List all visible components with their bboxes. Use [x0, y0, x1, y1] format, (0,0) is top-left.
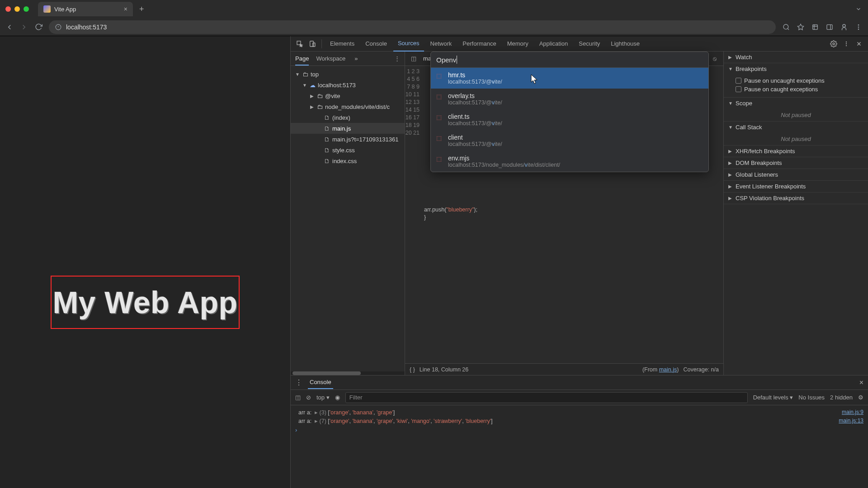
tree-file[interactable]: 🗋main.js?t=171093131361: [291, 134, 405, 145]
console-filter-input[interactable]: Filter: [345, 392, 748, 403]
console-hidden[interactable]: 2 hidden: [830, 394, 853, 401]
console-levels[interactable]: Default levels ▾: [753, 394, 793, 401]
tab-console[interactable]: Console: [361, 36, 392, 52]
navtab-menu-icon[interactable]: ⋮: [394, 55, 400, 62]
palette-item[interactable]: ⬚client.tslocalhost:5173/@vite/: [431, 109, 708, 130]
drawer-menu-icon[interactable]: ⋮: [295, 378, 302, 387]
console-clear-icon[interactable]: ⊘: [306, 394, 311, 401]
browser-tab[interactable]: Vite App ×: [38, 2, 133, 16]
sidepanel-icon[interactable]: [826, 23, 834, 31]
console-source-link[interactable]: main.js:13: [839, 418, 863, 424]
deactivate-breakpoints-icon[interactable]: ⦸: [710, 55, 720, 62]
palette-item[interactable]: ⬚env.mjslocalhost:5173/node_modules/vite…: [431, 151, 708, 172]
tree-file[interactable]: 🗋(index): [291, 112, 405, 123]
more-icon[interactable]: [841, 38, 852, 49]
tab-sources[interactable]: Sources: [393, 36, 424, 52]
menu-icon[interactable]: [854, 23, 863, 31]
tab-lighthouse[interactable]: Lighthouse: [606, 36, 644, 52]
minimize-window-button[interactable]: [14, 6, 20, 12]
gear-icon[interactable]: [828, 38, 839, 49]
forward-button[interactable]: [20, 23, 28, 31]
console-output: arr a: ▸ (3) ['orange', 'banana', 'grape…: [291, 405, 868, 488]
tree-folder-vite[interactable]: ▶🗀@vite: [291, 90, 405, 101]
profile-icon[interactable]: [840, 23, 848, 31]
coverage-info: Coverage: n/a: [683, 366, 719, 373]
console-sidebar-toggle-icon[interactable]: ◫: [295, 394, 301, 401]
chevron-down-icon[interactable]: [854, 5, 863, 13]
new-tab-button[interactable]: +: [137, 5, 147, 14]
drawer-close-icon[interactable]: ×: [859, 379, 863, 387]
navtab-workspace[interactable]: Workspace: [316, 55, 345, 62]
tree-file[interactable]: 🗋style.css: [291, 145, 405, 155]
tab-memory[interactable]: Memory: [503, 36, 533, 52]
navtab-overflow-icon[interactable]: »: [354, 55, 358, 62]
palette-item[interactable]: ⬚overlay.tslocalhost:5173/@vite/: [431, 89, 708, 109]
site-info-icon[interactable]: [55, 24, 61, 30]
tab-title: Vite App: [54, 6, 76, 13]
tab-performance[interactable]: Performance: [458, 36, 500, 52]
tree-top[interactable]: ▼🗀top: [291, 69, 405, 80]
section-dom[interactable]: ▶DOM Breakpoints: [724, 157, 868, 169]
sourcemap-from: (From main.js): [642, 366, 679, 373]
drawer-tab-console[interactable]: Console: [308, 376, 333, 389]
tree-folder-nodemodules[interactable]: ▶🗀node_modules/vite/dist/c: [291, 101, 405, 112]
url-input[interactable]: localhost:5173: [49, 20, 776, 34]
navigator-scrollbar[interactable]: [291, 371, 405, 375]
svg-rect-15: [313, 43, 315, 47]
zoom-icon[interactable]: [782, 23, 790, 31]
svg-rect-7: [827, 24, 832, 29]
svg-point-11: [858, 26, 859, 28]
cursor-position: Line 18, Column 26: [420, 366, 468, 373]
svg-line-4: [788, 28, 789, 30]
close-tab-icon[interactable]: ×: [124, 5, 127, 13]
tree-file[interactable]: 🗋index.css: [291, 155, 405, 166]
console-live-expression-icon[interactable]: ◉: [335, 394, 340, 401]
palette-input[interactable]: Open v: [431, 52, 708, 68]
palette-results: ⬚hmr.tslocalhost:5173/@vite/⬚overlay.tsl…: [431, 68, 708, 172]
section-callstack[interactable]: ▼Call Stack: [724, 122, 868, 133]
favicon-icon: [43, 5, 51, 13]
pretty-print-icon[interactable]: { }: [410, 366, 415, 373]
tab-elements[interactable]: Elements: [326, 36, 359, 52]
tree-host[interactable]: ▼☁localhost:5173: [291, 80, 405, 90]
reload-button[interactable]: [34, 23, 42, 31]
console-source-link[interactable]: main.js:9: [842, 409, 863, 415]
inspected-element-highlight: My Web App: [51, 276, 240, 329]
console-issues[interactable]: No Issues: [798, 394, 825, 401]
sourcemap-link[interactable]: main.js: [659, 366, 677, 373]
section-breakpoints[interactable]: ▼Breakpoints: [724, 63, 868, 75]
navtab-page[interactable]: Page: [295, 55, 309, 66]
address-bar: localhost:5173: [0, 18, 868, 36]
tree-file[interactable]: 🗋main.js: [291, 123, 405, 134]
section-scope[interactable]: ▼Scope: [724, 98, 868, 109]
close-devtools-icon[interactable]: [854, 38, 864, 49]
console-log-row[interactable]: arr a: ▸ (7) ['orange', 'banana', 'grape…: [295, 417, 863, 425]
bookmark-icon[interactable]: [797, 23, 805, 31]
tab-security[interactable]: Security: [574, 36, 604, 52]
console-context[interactable]: top ▾: [316, 394, 330, 401]
svg-marker-5: [797, 24, 803, 30]
extensions-icon[interactable]: [811, 23, 819, 31]
section-xhr[interactable]: ▶XHR/fetch Breakpoints: [724, 145, 868, 157]
section-csp[interactable]: ▶CSP Violation Breakpoints: [724, 192, 868, 204]
palette-item[interactable]: ⬚hmr.tslocalhost:5173/@vite/: [431, 68, 708, 89]
palette-item[interactable]: ⬚clientlocalhost:5173/@vite/: [431, 130, 708, 151]
tab-network[interactable]: Network: [426, 36, 457, 52]
close-window-button[interactable]: [5, 6, 11, 12]
device-toolbar-icon[interactable]: [307, 38, 318, 49]
console-log-row[interactable]: arr a: ▸ (3) ['orange', 'banana', 'grape…: [295, 408, 863, 417]
tab-application[interactable]: Application: [535, 36, 573, 52]
back-button[interactable]: [5, 23, 14, 31]
maximize-window-button[interactable]: [24, 6, 29, 12]
checkbox-uncaught[interactable]: Pause on uncaught exceptions: [736, 76, 863, 85]
checkbox-caught[interactable]: Pause on caught exceptions: [736, 85, 863, 94]
file-tree: ▼🗀top ▼☁localhost:5173 ▶🗀@vite ▶🗀node_mo…: [291, 66, 405, 371]
console-prompt[interactable]: ›: [295, 425, 863, 433]
section-event[interactable]: ▶Event Listener Breakpoints: [724, 181, 868, 192]
console-settings-icon[interactable]: ⚙: [858, 394, 863, 401]
inspect-element-icon[interactable]: [294, 38, 305, 49]
toggle-navigator-icon[interactable]: ◫: [409, 55, 419, 62]
section-watch[interactable]: ▶Watch: [724, 52, 868, 63]
section-global[interactable]: ▶Global Listeners: [724, 169, 868, 180]
scope-not-paused: Not paused: [724, 109, 868, 121]
